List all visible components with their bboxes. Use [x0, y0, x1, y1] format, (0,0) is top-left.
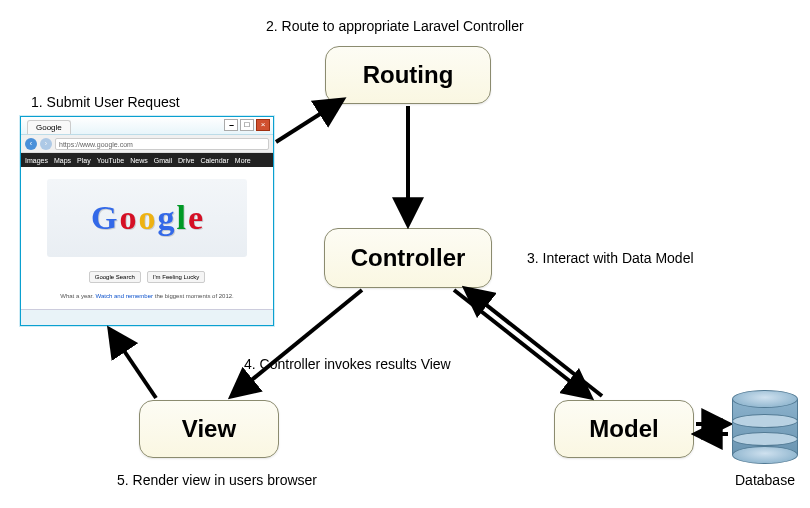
step-5-label: 5. Render view in users browser [117, 472, 317, 488]
menu-calendar: Calendar [200, 157, 228, 164]
svg-line-2 [454, 290, 590, 397]
menu-drive: Drive [178, 157, 194, 164]
routing-label: Routing [363, 61, 454, 89]
menu-images: Images [25, 157, 48, 164]
window-close-icon: × [256, 119, 270, 131]
step-4-label: 4. Controller invokes results View [244, 356, 451, 372]
database-icon [732, 390, 798, 464]
doodle-letter: G [91, 199, 117, 237]
step-1-label: 1. Submit User Request [31, 94, 180, 110]
svg-line-5 [110, 330, 156, 398]
model-node: Model [554, 400, 694, 458]
user-browser: Google ‒ □ × ‹ › https://www.google.com … [20, 116, 274, 326]
routing-node: Routing [325, 46, 491, 104]
menu-more: More [235, 157, 251, 164]
menu-youtube: YouTube [97, 157, 125, 164]
controller-node: Controller [324, 228, 492, 288]
doodle-letter: g [157, 199, 174, 237]
browser-tab: Google [27, 120, 71, 134]
browser-url: https://www.google.com [55, 138, 269, 150]
menu-gmail: Gmail [154, 157, 172, 164]
svg-line-0 [276, 100, 342, 142]
browser-menubar: ImagesMapsPlayYouTubeNewsGmailDriveCalen… [21, 153, 273, 167]
menu-play: Play [77, 157, 91, 164]
view-label: View [182, 415, 236, 443]
model-label: Model [589, 415, 658, 443]
google-footer-text: What a year. Watch and remember the bigg… [60, 293, 234, 299]
doodle-letter: l [176, 199, 185, 237]
svg-line-3 [466, 289, 602, 396]
window-maximize-icon: □ [240, 119, 254, 131]
menu-maps: Maps [54, 157, 71, 164]
database-label: Database [735, 472, 795, 488]
browser-forward-icon: › [40, 138, 52, 150]
browser-back-icon: ‹ [25, 138, 37, 150]
doodle-letter: o [138, 199, 155, 237]
doodle-letter: o [119, 199, 136, 237]
google-search-button: Google Search [89, 271, 141, 283]
step-2-label: 2. Route to appropriate Laravel Controll… [266, 18, 524, 34]
im-feeling-lucky-button: I'm Feeling Lucky [147, 271, 206, 283]
view-node: View [139, 400, 279, 458]
google-doodle-logo: Google [47, 179, 247, 257]
doodle-letter: e [188, 199, 203, 237]
window-minimize-icon: ‒ [224, 119, 238, 131]
step-3-label: 3. Interact with Data Model [527, 250, 694, 266]
menu-news: News [130, 157, 148, 164]
controller-label: Controller [351, 244, 466, 272]
